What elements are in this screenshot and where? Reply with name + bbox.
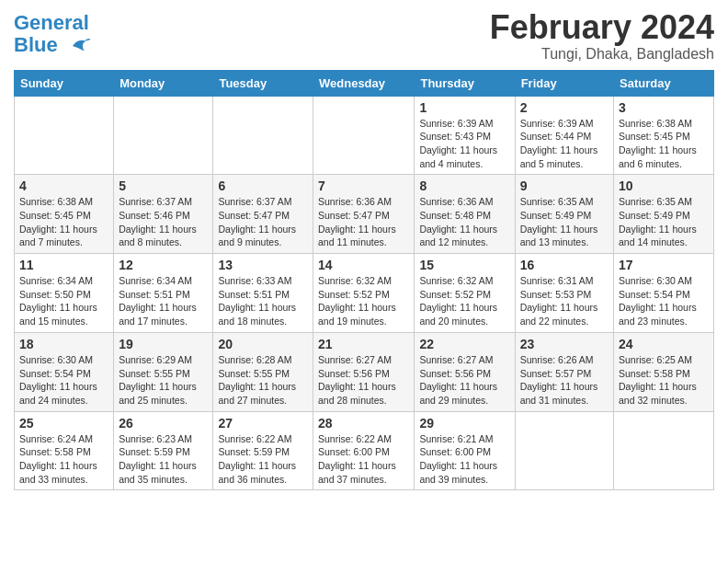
day-number: 7 bbox=[318, 178, 409, 193]
day-number: 5 bbox=[119, 178, 208, 193]
weekday-header-row: SundayMondayTuesdayWednesdayThursdayFrid… bbox=[15, 70, 714, 96]
day-info: Sunrise: 6:39 AM Sunset: 5:43 PM Dayligh… bbox=[419, 117, 509, 171]
day-number: 8 bbox=[419, 178, 509, 193]
title-area: February 2024 Tungi, Dhaka, Bangladesh bbox=[490, 9, 714, 63]
weekday-header-saturday: Saturday bbox=[614, 70, 714, 96]
day-info: Sunrise: 6:36 AM Sunset: 5:47 PM Dayligh… bbox=[318, 195, 409, 249]
calendar-day-cell bbox=[114, 96, 213, 175]
day-info: Sunrise: 6:38 AM Sunset: 5:45 PM Dayligh… bbox=[19, 195, 108, 249]
calendar-day-cell: 3Sunrise: 6:38 AM Sunset: 5:45 PM Daylig… bbox=[614, 96, 714, 175]
day-info: Sunrise: 6:30 AM Sunset: 5:54 PM Dayligh… bbox=[19, 353, 108, 408]
day-number: 14 bbox=[318, 258, 409, 272]
location-subtitle: Tungi, Dhaka, Bangladesh bbox=[490, 46, 714, 63]
day-number: 11 bbox=[19, 258, 108, 272]
calendar-week-row: 1Sunrise: 6:39 AM Sunset: 5:43 PM Daylig… bbox=[15, 96, 714, 175]
calendar-day-cell: 28Sunrise: 6:22 AM Sunset: 6:00 PM Dayli… bbox=[313, 411, 415, 490]
day-number: 19 bbox=[119, 337, 208, 351]
calendar-day-cell: 15Sunrise: 6:32 AM Sunset: 5:52 PM Dayli… bbox=[415, 254, 515, 333]
calendar-day-cell: 11Sunrise: 6:34 AM Sunset: 5:50 PM Dayli… bbox=[15, 254, 114, 333]
calendar-day-cell: 21Sunrise: 6:27 AM Sunset: 5:56 PM Dayli… bbox=[313, 332, 415, 411]
day-number: 20 bbox=[218, 337, 308, 351]
day-info: Sunrise: 6:24 AM Sunset: 5:58 PM Dayligh… bbox=[19, 432, 108, 487]
day-info: Sunrise: 6:28 AM Sunset: 5:55 PM Dayligh… bbox=[218, 353, 308, 408]
logo-bird-icon bbox=[66, 33, 92, 59]
day-number: 12 bbox=[119, 258, 208, 272]
day-number: 27 bbox=[218, 416, 308, 431]
calendar-day-cell bbox=[313, 96, 415, 175]
day-info: Sunrise: 6:34 AM Sunset: 5:50 PM Dayligh… bbox=[19, 274, 108, 328]
day-info: Sunrise: 6:36 AM Sunset: 5:48 PM Dayligh… bbox=[419, 195, 509, 249]
day-info: Sunrise: 6:35 AM Sunset: 5:49 PM Dayligh… bbox=[520, 195, 609, 249]
calendar-day-cell: 7Sunrise: 6:36 AM Sunset: 5:47 PM Daylig… bbox=[313, 175, 415, 254]
day-info: Sunrise: 6:32 AM Sunset: 5:52 PM Dayligh… bbox=[318, 274, 409, 328]
logo: General Blue bbox=[14, 13, 92, 59]
calendar-week-row: 4Sunrise: 6:38 AM Sunset: 5:45 PM Daylig… bbox=[15, 175, 714, 254]
calendar-day-cell: 17Sunrise: 6:30 AM Sunset: 5:54 PM Dayli… bbox=[614, 254, 714, 333]
day-number: 2 bbox=[520, 100, 609, 115]
day-info: Sunrise: 6:22 AM Sunset: 6:00 PM Dayligh… bbox=[318, 432, 409, 487]
calendar-day-cell bbox=[515, 411, 613, 490]
calendar-day-cell: 4Sunrise: 6:38 AM Sunset: 5:45 PM Daylig… bbox=[15, 175, 114, 254]
day-number: 9 bbox=[520, 178, 609, 193]
calendar-table: SundayMondayTuesdayWednesdayThursdayFrid… bbox=[14, 70, 714, 491]
day-info: Sunrise: 6:37 AM Sunset: 5:47 PM Dayligh… bbox=[218, 195, 308, 249]
weekday-header-wednesday: Wednesday bbox=[313, 70, 415, 96]
day-info: Sunrise: 6:33 AM Sunset: 5:51 PM Dayligh… bbox=[218, 274, 308, 328]
calendar-week-row: 25Sunrise: 6:24 AM Sunset: 5:58 PM Dayli… bbox=[15, 411, 714, 490]
month-year-title: February 2024 bbox=[490, 9, 714, 46]
weekday-header-tuesday: Tuesday bbox=[213, 70, 313, 96]
day-number: 17 bbox=[619, 258, 709, 272]
calendar-day-cell: 18Sunrise: 6:30 AM Sunset: 5:54 PM Dayli… bbox=[15, 332, 114, 411]
calendar-day-cell: 20Sunrise: 6:28 AM Sunset: 5:55 PM Dayli… bbox=[213, 332, 313, 411]
day-number: 4 bbox=[19, 178, 108, 193]
calendar-day-cell: 27Sunrise: 6:22 AM Sunset: 5:59 PM Dayli… bbox=[213, 411, 313, 490]
calendar-day-cell: 13Sunrise: 6:33 AM Sunset: 5:51 PM Dayli… bbox=[213, 254, 313, 333]
day-info: Sunrise: 6:34 AM Sunset: 5:51 PM Dayligh… bbox=[119, 274, 208, 328]
day-info: Sunrise: 6:27 AM Sunset: 5:56 PM Dayligh… bbox=[318, 353, 409, 408]
calendar-day-cell: 19Sunrise: 6:29 AM Sunset: 5:55 PM Dayli… bbox=[114, 332, 213, 411]
calendar-day-cell: 9Sunrise: 6:35 AM Sunset: 5:49 PM Daylig… bbox=[515, 175, 613, 254]
calendar-day-cell: 24Sunrise: 6:25 AM Sunset: 5:58 PM Dayli… bbox=[614, 332, 714, 411]
calendar-week-row: 18Sunrise: 6:30 AM Sunset: 5:54 PM Dayli… bbox=[15, 332, 714, 411]
calendar-day-cell: 26Sunrise: 6:23 AM Sunset: 5:59 PM Dayli… bbox=[114, 411, 213, 490]
calendar-day-cell: 2Sunrise: 6:39 AM Sunset: 5:44 PM Daylig… bbox=[515, 96, 613, 175]
page-container: General Blue February 2024 Tungi, Dhaka,… bbox=[14, 9, 714, 490]
calendar-day-cell: 29Sunrise: 6:21 AM Sunset: 6:00 PM Dayli… bbox=[415, 411, 515, 490]
day-info: Sunrise: 6:22 AM Sunset: 5:59 PM Dayligh… bbox=[218, 432, 308, 487]
calendar-day-cell: 6Sunrise: 6:37 AM Sunset: 5:47 PM Daylig… bbox=[213, 175, 313, 254]
calendar-day-cell bbox=[15, 96, 114, 175]
day-info: Sunrise: 6:30 AM Sunset: 5:54 PM Dayligh… bbox=[619, 274, 709, 328]
calendar-day-cell: 16Sunrise: 6:31 AM Sunset: 5:53 PM Dayli… bbox=[515, 254, 613, 333]
weekday-header-friday: Friday bbox=[515, 70, 613, 96]
calendar-day-cell: 14Sunrise: 6:32 AM Sunset: 5:52 PM Dayli… bbox=[313, 254, 415, 333]
day-info: Sunrise: 6:27 AM Sunset: 5:56 PM Dayligh… bbox=[419, 353, 509, 408]
day-number: 1 bbox=[419, 100, 509, 115]
calendar-day-cell: 5Sunrise: 6:37 AM Sunset: 5:46 PM Daylig… bbox=[114, 175, 213, 254]
calendar-day-cell: 12Sunrise: 6:34 AM Sunset: 5:51 PM Dayli… bbox=[114, 254, 213, 333]
day-number: 3 bbox=[619, 100, 709, 115]
calendar-day-cell bbox=[614, 411, 714, 490]
logo-general: General bbox=[14, 11, 89, 34]
day-info: Sunrise: 6:39 AM Sunset: 5:44 PM Dayligh… bbox=[520, 117, 609, 171]
day-number: 22 bbox=[419, 337, 509, 351]
logo-blue-text: Blue bbox=[14, 33, 92, 59]
calendar-day-cell: 25Sunrise: 6:24 AM Sunset: 5:58 PM Dayli… bbox=[15, 411, 114, 490]
day-info: Sunrise: 6:32 AM Sunset: 5:52 PM Dayligh… bbox=[419, 274, 509, 328]
day-info: Sunrise: 6:38 AM Sunset: 5:45 PM Dayligh… bbox=[619, 117, 709, 171]
calendar-week-row: 11Sunrise: 6:34 AM Sunset: 5:50 PM Dayli… bbox=[15, 254, 714, 333]
logo-blue: Blue bbox=[14, 33, 58, 56]
day-info: Sunrise: 6:31 AM Sunset: 5:53 PM Dayligh… bbox=[520, 274, 609, 328]
calendar-day-cell: 10Sunrise: 6:35 AM Sunset: 5:49 PM Dayli… bbox=[614, 175, 714, 254]
day-info: Sunrise: 6:35 AM Sunset: 5:49 PM Dayligh… bbox=[619, 195, 709, 249]
calendar-day-cell: 23Sunrise: 6:26 AM Sunset: 5:57 PM Dayli… bbox=[515, 332, 613, 411]
day-number: 28 bbox=[318, 416, 409, 431]
calendar-day-cell: 1Sunrise: 6:39 AM Sunset: 5:43 PM Daylig… bbox=[415, 96, 515, 175]
day-info: Sunrise: 6:25 AM Sunset: 5:58 PM Dayligh… bbox=[619, 353, 709, 408]
day-number: 13 bbox=[218, 258, 308, 272]
day-info: Sunrise: 6:21 AM Sunset: 6:00 PM Dayligh… bbox=[419, 432, 509, 487]
weekday-header-thursday: Thursday bbox=[415, 70, 515, 96]
day-number: 25 bbox=[19, 416, 108, 431]
day-number: 10 bbox=[619, 178, 709, 193]
day-info: Sunrise: 6:37 AM Sunset: 5:46 PM Dayligh… bbox=[119, 195, 208, 249]
weekday-header-monday: Monday bbox=[114, 70, 213, 96]
